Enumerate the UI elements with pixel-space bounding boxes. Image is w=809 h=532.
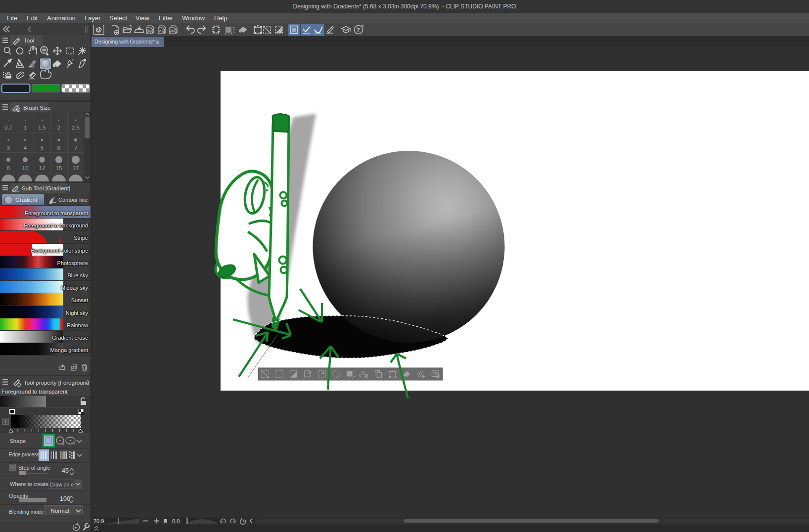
- svg-text:8: 8: [7, 165, 10, 171]
- svg-text:jpg: jpg: [147, 29, 152, 33]
- svg-text:0.7: 0.7: [4, 125, 12, 131]
- svg-text:1: 1: [24, 125, 27, 131]
- svg-text:Sub Tool [Gradient]: Sub Tool [Gradient]: [22, 185, 70, 191]
- svg-text:Tool: Tool: [24, 38, 34, 44]
- svg-text:2: 2: [57, 125, 60, 131]
- svg-text:Tool property [Foreground to: Tool property [Foreground to: [24, 380, 90, 386]
- svg-text:4: 4: [24, 145, 27, 151]
- svg-text:png: png: [159, 29, 164, 33]
- svg-text:psd: psd: [170, 29, 176, 33]
- svg-text:?: ?: [357, 27, 360, 34]
- svg-text:Brush Size: Brush Size: [23, 105, 51, 111]
- svg-text:7: 7: [74, 145, 77, 151]
- svg-text:1.5: 1.5: [38, 125, 46, 131]
- svg-text:10: 10: [22, 165, 29, 171]
- svg-text:5: 5: [41, 145, 44, 151]
- svg-text:3: 3: [7, 145, 10, 151]
- svg-text:6: 6: [57, 145, 60, 151]
- svg-text:17: 17: [73, 165, 79, 171]
- svg-text:12: 12: [39, 165, 45, 171]
- svg-text:70.9: 70.9: [93, 518, 104, 524]
- svg-text:2.5: 2.5: [72, 125, 80, 131]
- svg-text:0.0: 0.0: [172, 518, 180, 524]
- svg-text:15: 15: [56, 165, 62, 171]
